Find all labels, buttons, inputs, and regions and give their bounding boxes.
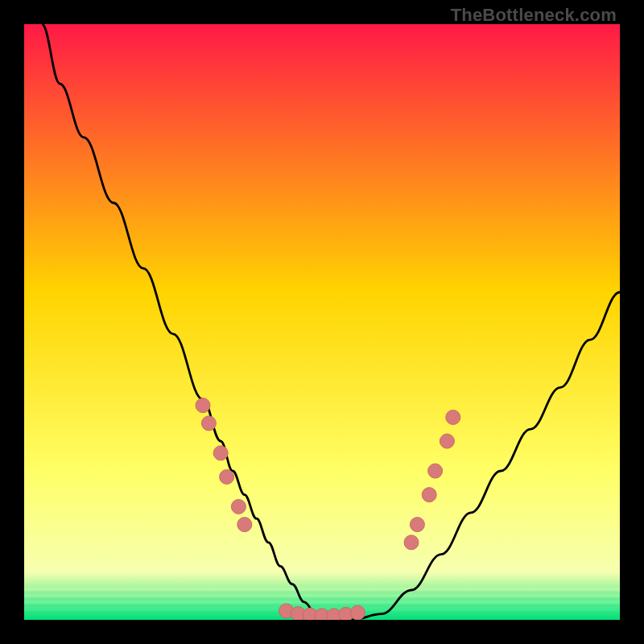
bottleneck-curve bbox=[42, 24, 620, 620]
data-point bbox=[446, 410, 460, 424]
watermark-text: TheBottleneck.com bbox=[451, 5, 617, 26]
chart-svg bbox=[24, 24, 620, 620]
data-point bbox=[440, 434, 454, 448]
data-point bbox=[350, 605, 365, 620]
data-point bbox=[422, 488, 436, 502]
data-point bbox=[428, 464, 443, 478]
data-point bbox=[220, 469, 234, 484]
data-points bbox=[196, 398, 460, 620]
data-point bbox=[196, 398, 210, 413]
data-point bbox=[231, 499, 246, 514]
data-point bbox=[213, 446, 228, 460]
plot-area bbox=[24, 24, 620, 620]
chart-frame: TheBottleneck.com bbox=[0, 0, 644, 644]
data-point bbox=[237, 518, 252, 532]
data-point bbox=[404, 535, 419, 550]
data-point bbox=[410, 518, 424, 532]
data-point bbox=[201, 416, 216, 431]
